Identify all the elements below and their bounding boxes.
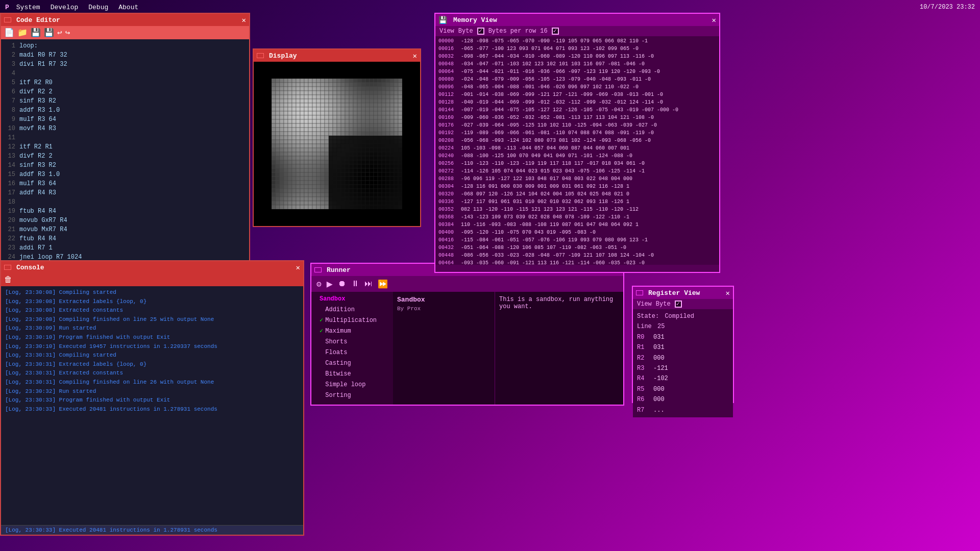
runner-list-item[interactable]: ✓Floats (311, 347, 393, 358)
line-code: ftub R4 R4 (19, 207, 56, 216)
memory-values: -96 096 119 -127 122 103 048 017 048 003… (461, 175, 632, 183)
clock: 10/7/2023 23:32 (920, 4, 975, 11)
save-as-icon[interactable]: 💾 (44, 28, 54, 38)
pixel-display (272, 79, 402, 209)
code-line: 23addi R7 1 (5, 243, 245, 253)
line-code: itf R2 R0 (19, 78, 53, 87)
memory-body[interactable]: 00000-128 -098 -075 -065 -070 -090 -119 … (435, 36, 719, 265)
open-file-icon[interactable]: 📁 (17, 28, 28, 38)
code-line: 22ftub R4 R4 (5, 234, 245, 243)
console-trash-icon[interactable]: 🗑 (4, 276, 12, 285)
menu-develop[interactable]: Develop (51, 4, 79, 11)
runner-sandbox-name-panel: Sandbox By Prox (393, 292, 495, 405)
runner-fast-icon[interactable]: ⏩ (378, 279, 388, 289)
console-body: [Log, 23:30:08] Compiling started[Log, 2… (1, 286, 303, 525)
memory-address: 00432 (438, 244, 459, 252)
register-state-label: State: (637, 313, 659, 320)
register-row: R7... (637, 405, 729, 415)
line-number: 3 (5, 60, 15, 69)
console-footer: [Log, 23:30:33] Executed 20481 instructi… (1, 525, 303, 535)
runner-list-item[interactable]: ✓Addition (311, 304, 393, 315)
menu-system[interactable]: System (16, 4, 40, 11)
display-title: Display (269, 52, 297, 60)
runner-pause-icon[interactable]: ⏸ (351, 279, 359, 289)
code-editor-titlebar: Code Editor ✕ (1, 14, 249, 26)
register-row: R6000 (637, 394, 729, 405)
register-byte-label: Byte (656, 300, 671, 308)
runner-list-item[interactable]: ✓Shorts (311, 336, 393, 347)
memory-byte-cb-box[interactable] (477, 28, 484, 35)
code-editor-body[interactable]: 1loop:2madi R0 R7 323divi R1 R7 3245itf … (1, 39, 249, 272)
line-number: 17 (5, 188, 15, 197)
memory-values: 110 -116 -093 -083 -088 -108 119 087 061… (461, 221, 639, 229)
memory-address: 00064 (438, 68, 459, 76)
undo-icon[interactable]: ↩ (57, 28, 62, 38)
memory-row: 00016-065 -077 -100 123 093 071 064 071 … (438, 45, 716, 53)
display-close[interactable]: ✕ (413, 52, 417, 60)
runner-list-item[interactable]: ✓Simple loop (311, 379, 393, 390)
register-line-row: Line 25 (637, 321, 729, 332)
memory-values: -119 -089 -069 -066 -061 -081 -110 074 0… (461, 129, 654, 137)
reg-value: -102 (653, 373, 668, 384)
memory-close[interactable]: ✕ (712, 16, 716, 24)
runner-step-icon[interactable]: ⏭ (364, 279, 373, 289)
runner-stop-icon[interactable]: ⏺ (338, 279, 346, 289)
memory-values: -024 -048 -079 -009 -056 -105 -123 -079 … (461, 76, 651, 83)
runner-list-item[interactable]: ✓Maximum (311, 325, 393, 336)
runner-play-icon[interactable]: ▶ (327, 278, 333, 290)
memory-values: -051 -064 -088 -120 106 085 107 -119 -08… (461, 244, 626, 252)
runner-list-item[interactable]: ✓Multiplication (311, 315, 393, 325)
menubar-left: P System Develop Debug About (5, 4, 138, 11)
memory-values: -095 -120 -110 -075 070 043 019 -095 -08… (461, 229, 596, 236)
menubar: P System Develop Debug About 10/7/2023 2… (0, 0, 980, 14)
code-line: 4 (5, 69, 245, 78)
line-number: 9 (5, 115, 15, 124)
runner-list-item[interactable]: ✓Bitwise (311, 368, 393, 379)
reg-value: ... (653, 405, 665, 415)
register-byte-cb-box[interactable] (675, 300, 682, 308)
register-row: R1031 (637, 342, 729, 353)
register-byte-checkbox[interactable] (675, 300, 682, 308)
register-close[interactable]: ✕ (726, 289, 730, 297)
line-number: 18 (5, 197, 15, 207)
memory-bpr-cb-box[interactable] (552, 28, 559, 35)
memory-row: 00464-093 -035 -060 -091 -121 113 116 -1… (438, 259, 716, 265)
memory-address: 00272 (438, 167, 459, 175)
memory-address: 00336 (438, 198, 459, 206)
save-icon[interactable]: 💾 (31, 28, 41, 38)
code-line: 10movf R4 R3 (5, 124, 245, 133)
memory-values: -127 117 091 061 031 010 002 010 032 062… (461, 198, 629, 206)
reg-value: 000 (653, 394, 665, 405)
memory-values: -128 116 091 060 030 009 001 009 031 061… (461, 183, 629, 190)
redo-icon[interactable]: ↪ (65, 28, 70, 38)
new-file-icon[interactable]: 📄 (4, 28, 14, 38)
code-editor-close[interactable]: ✕ (242, 16, 246, 24)
memory-byte-checkbox[interactable] (477, 28, 484, 35)
line-number: 4 (5, 69, 15, 78)
runner-settings-icon[interactable]: ⚙ (316, 279, 322, 289)
memory-row: 00432-051 -064 -088 -120 106 085 107 -11… (438, 244, 716, 252)
memory-title-left: 💾 Memory View (438, 16, 497, 24)
menu-debug[interactable]: Debug (88, 4, 108, 11)
line-number: 1 (5, 41, 15, 51)
line-code: mulf R3 64 (19, 115, 56, 124)
memory-values: -040 -019 -044 -069 -099 -012 -032 -112 … (461, 98, 663, 106)
memory-values: -065 -077 -100 123 093 071 064 071 093 1… (461, 45, 639, 53)
console-line: [Log, 23:30:09] Run started (5, 324, 299, 333)
runner-list-item[interactable]: ✓Casting (311, 358, 393, 368)
memory-values: -027 -039 -064 -095 -125 110 102 110 -12… (461, 121, 657, 129)
runner-list-item[interactable]: Sandbox (311, 294, 393, 304)
code-editor-title: Code Editor (16, 16, 60, 24)
runner-sandbox-name: Sandbox (397, 296, 491, 304)
register-title-left: Register View (636, 289, 700, 297)
memory-address: 00192 (438, 129, 459, 137)
console-line: [Log, 23:30:08] Compiling started (5, 288, 299, 297)
console-close[interactable]: ✕ (296, 263, 300, 272)
runner-list-item[interactable]: ✓Sorting (311, 390, 393, 400)
line-number: 16 (5, 179, 15, 188)
memory-values: -007 -019 -044 -075 -105 -127 122 -126 -… (461, 106, 678, 114)
runner-sandbox-desc-text: This is a sandbox, run anything you want… (499, 296, 613, 310)
memory-bpr-checkbox[interactable] (552, 28, 559, 35)
menu-about[interactable]: About (118, 4, 138, 11)
reg-name: R4 (637, 373, 649, 384)
